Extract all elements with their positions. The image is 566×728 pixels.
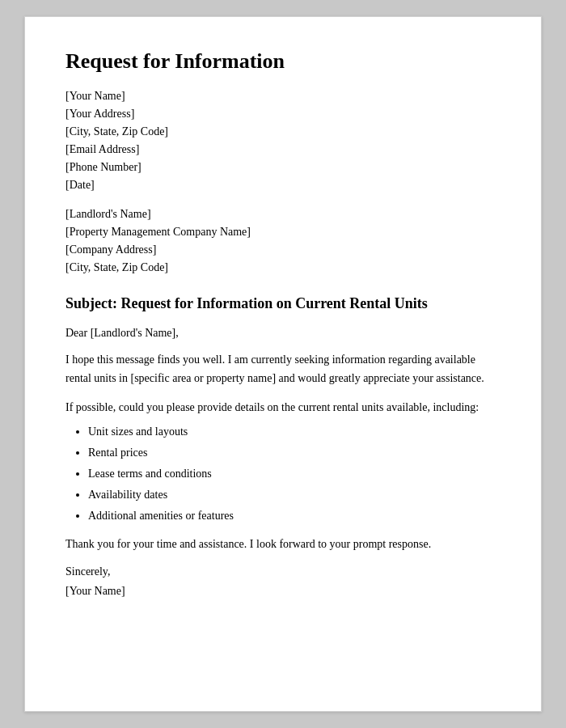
sender-email: [Email Address] <box>65 143 501 156</box>
list-item: Lease terms and conditions <box>88 465 501 482</box>
sender-phone: [Phone Number] <box>65 161 501 174</box>
signature-name: [Your Name] <box>65 585 501 598</box>
sender-city: [City, State, Zip Code] <box>65 125 501 138</box>
recipient-block: [Landlord's Name] [Property Management C… <box>65 208 501 274</box>
sender-name: [Your Name] <box>65 90 501 103</box>
closing-word: Sincerely, <box>65 565 501 578</box>
recipient-name: [Landlord's Name] <box>65 208 501 221</box>
list-item: Rental prices <box>88 444 501 461</box>
info-list: Unit sizes and layouts Rental prices Lea… <box>88 423 501 524</box>
list-item: Unit sizes and layouts <box>88 423 501 440</box>
subject-heading: Subject: Request for Information on Curr… <box>65 294 501 314</box>
list-item: Availability dates <box>88 486 501 503</box>
document-page: Request for Information [Your Name] [You… <box>24 16 542 712</box>
recipient-company: [Property Management Company Name] <box>65 226 501 239</box>
salutation: Dear [Landlord's Name], <box>65 327 501 340</box>
sender-block: [Your Name] [Your Address] [City, State,… <box>65 90 501 192</box>
document-title: Request for Information <box>65 49 501 74</box>
recipient-address: [Company Address] <box>65 243 501 256</box>
recipient-city: [City, State, Zip Code] <box>65 261 501 274</box>
sender-date: [Date] <box>65 179 501 192</box>
list-item: Additional amenities or features <box>88 507 501 524</box>
request-intro: If possible, could you please provide de… <box>65 399 501 417</box>
closing-paragraph: Thank you for your time and assistance. … <box>65 535 501 553</box>
sender-address: [Your Address] <box>65 108 501 121</box>
intro-paragraph: I hope this message finds you well. I am… <box>65 351 501 387</box>
